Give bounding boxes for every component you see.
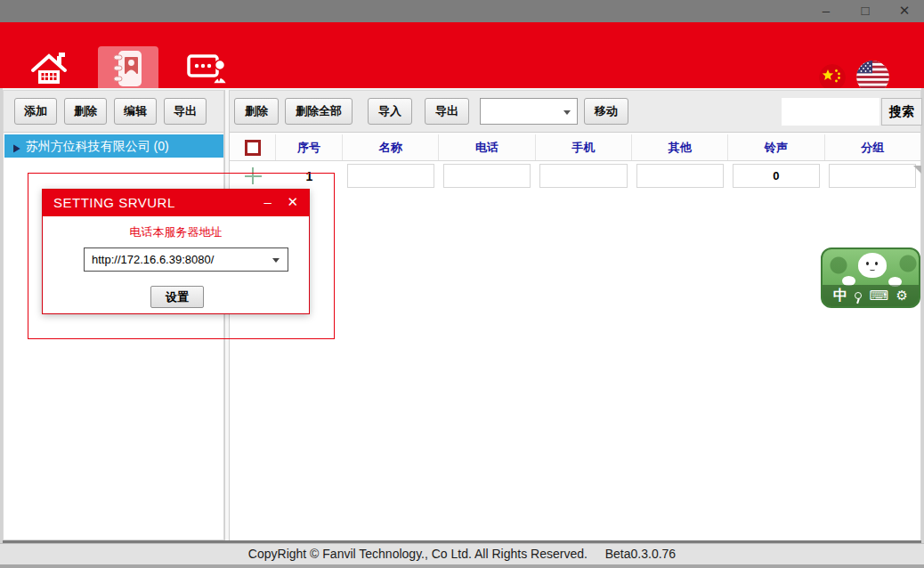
phonebook-icon <box>98 46 158 89</box>
dialog-minimize-button[interactable]: – <box>255 190 280 216</box>
header-mobile: 手机 <box>536 134 632 160</box>
window-border-bottom <box>0 564 924 568</box>
group-edit-button[interactable]: 编辑 <box>114 98 157 125</box>
contacts-panel: 删除 删除全部 导入 导出 移动 搜索 序号 名称 电话 手机 其他 铃声 分组… <box>230 90 921 540</box>
group-tree-item-company[interactable]: ▶苏州方位科技有限公司 (0) <box>4 134 223 158</box>
main-navbar: 首页 电话本 <box>0 22 924 88</box>
ime-punctuation-icon[interactable] <box>855 292 862 299</box>
keyboard-icon[interactable]: ⌨ <box>870 289 889 303</box>
header-group: 分组 <box>825 134 920 160</box>
ime-toolbar: 中 ⌨ ⚙ <box>823 285 919 306</box>
window-maximize-button[interactable]: □ <box>846 0 885 22</box>
version-text: Beta0.3.0.76 <box>605 547 676 561</box>
row-ring-input[interactable] <box>733 164 820 188</box>
dialog-title: SETTING SRVURL <box>53 195 175 210</box>
status-bar: CopyRight © Fanvil Technology., Co Ltd. … <box>0 543 924 564</box>
group-export-button[interactable]: 导出 <box>164 98 207 125</box>
contact-delete-all-button[interactable]: 删除全部 <box>285 98 353 125</box>
title-bar: – □ ✕ <box>0 0 924 22</box>
chevron-down-icon <box>272 258 280 263</box>
group-toolbar: 添加 删除 编辑 导出 <box>4 91 223 133</box>
select-all-checkbox[interactable] <box>245 140 261 156</box>
row-phone-input[interactable] <box>443 164 531 188</box>
language-flag-chinese[interactable] <box>819 64 846 91</box>
header-index: 序号 <box>276 134 343 160</box>
server-url-value: http://172.16.6.39:8080/ <box>85 248 288 271</box>
dialog-title-bar[interactable]: SETTING SRVURL – ✕ <box>43 190 309 216</box>
set-button[interactable]: 设置 <box>150 286 204 308</box>
tree-expand-icon[interactable]: ▶ <box>13 134 20 161</box>
row-corner-indicator <box>913 166 921 174</box>
server-address-label: 电话本服务器地址 <box>43 224 309 240</box>
row-name-input[interactable] <box>347 164 434 188</box>
row-group-input[interactable] <box>829 164 916 188</box>
setting-srvurl-dialog: SETTING SRVURL – ✕ 电话本服务器地址 http://172.1… <box>42 189 310 314</box>
row-index: 1 <box>306 169 313 183</box>
gear-icon[interactable]: ⚙ <box>896 289 907 303</box>
server-url-combobox[interactable]: http://172.16.6.39:8080/ <box>84 247 288 272</box>
ime-language-mode-button[interactable]: 中 <box>833 287 847 305</box>
window-minimize-button[interactable]: – <box>806 0 846 22</box>
home-icon <box>18 46 80 89</box>
header-phone: 电话 <box>439 134 535 160</box>
contact-move-button[interactable]: 移动 <box>584 98 628 125</box>
search-input[interactable] <box>782 98 879 126</box>
ime-widget: 中 ⌨ ⚙ <box>821 247 920 308</box>
group-add-button[interactable]: 添加 <box>14 98 57 125</box>
contact-delete-button[interactable]: 删除 <box>234 98 279 125</box>
table-row: 1 <box>230 161 920 191</box>
dialog-close-button[interactable]: ✕ <box>280 190 305 216</box>
group-panel: 添加 删除 编辑 导出 ▶苏州方位科技有限公司 (0) <box>3 90 224 540</box>
search-button[interactable]: 搜索 <box>881 98 922 126</box>
row-mobile-input[interactable] <box>539 164 627 188</box>
chevron-down-icon <box>563 110 571 115</box>
group-tree-label: 苏州方位科技有限公司 (0) <box>26 139 169 153</box>
header-ring: 铃声 <box>728 134 824 160</box>
contacts-table-header: 序号 名称 电话 手机 其他 铃声 分组 <box>230 134 920 161</box>
ime-mascot-icon <box>858 253 887 278</box>
header-other: 其他 <box>632 134 728 160</box>
window-close-button[interactable]: ✕ <box>885 0 924 22</box>
contact-export-button[interactable]: 导出 <box>425 98 469 125</box>
row-other-input[interactable] <box>636 164 724 188</box>
group-delete-button[interactable]: 删除 <box>64 98 107 125</box>
header-name: 名称 <box>343 134 439 160</box>
move-group-select[interactable] <box>480 98 578 125</box>
contacts-toolbar: 删除 删除全部 导入 导出 移动 搜索 <box>230 91 920 133</box>
contact-import-button[interactable]: 导入 <box>368 98 412 125</box>
add-contact-plus-icon[interactable] <box>245 167 262 184</box>
copyright-text: CopyRight © Fanvil Technology., Co Ltd. … <box>248 547 588 561</box>
log-icon <box>176 46 239 89</box>
